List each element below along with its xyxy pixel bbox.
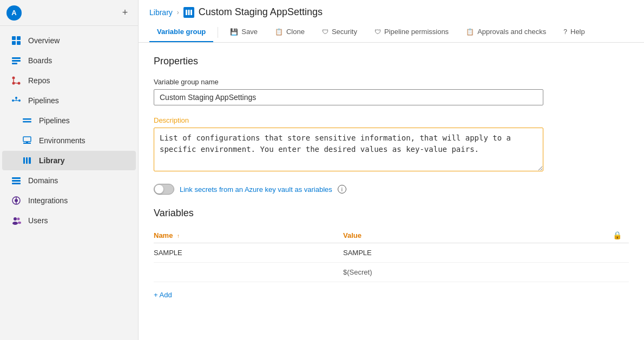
sidebar-item-integrations-label: Integrations	[28, 196, 68, 205]
sidebar-item-domains[interactable]: Domains	[2, 171, 136, 190]
sidebar-item-integrations[interactable]: Integrations	[2, 191, 136, 210]
variables-title: Variables	[154, 208, 629, 219]
svg-rect-21	[23, 157, 25, 164]
tab-approvals-checks-label: Approvals and checks	[477, 28, 546, 36]
svg-point-31	[14, 217, 17, 221]
security-icon: 🛡	[322, 28, 328, 36]
svg-rect-24	[12, 177, 21, 179]
variables-table-header: Name ↑ Value 🔒	[154, 228, 629, 243]
sidebar-item-overview[interactable]: Overview	[2, 31, 136, 50]
users-icon	[11, 215, 22, 226]
svg-rect-36	[188, 10, 189, 15]
sidebar-navigation: Overview Boards	[0, 26, 138, 340]
tab-pipeline-permissions-label: Pipeline permissions	[384, 28, 449, 36]
integrations-icon	[11, 195, 22, 206]
tab-variable-group-label: Variable group	[157, 28, 206, 36]
svg-rect-26	[12, 183, 21, 184]
tab-save[interactable]: 💾 Save	[222, 22, 265, 42]
lock-header-icon: 🔒	[613, 231, 622, 239]
svg-rect-0	[12, 36, 16, 40]
sidebar-item-domains-label: Domains	[28, 176, 58, 185]
environments-icon	[22, 135, 32, 146]
breadcrumb-library-link[interactable]: Library	[149, 8, 173, 17]
col-lock-header: 🔒	[613, 228, 629, 243]
svg-point-34	[18, 222, 21, 224]
add-variable-button[interactable]: + Add	[154, 289, 172, 301]
sidebar: A + Overview	[0, 0, 139, 340]
tab-save-label: Save	[241, 28, 258, 36]
variable-value-cell: SAMPLE	[343, 243, 613, 263]
sidebar-item-pipelines[interactable]: Pipelines	[2, 111, 136, 130]
pipelines-icon	[22, 115, 32, 126]
svg-rect-23	[29, 157, 31, 164]
col-name-header[interactable]: Name ↑	[154, 228, 343, 243]
sidebar-item-library-label: Library	[39, 156, 64, 165]
sort-arrow-icon: ↑	[177, 233, 180, 239]
svg-point-13	[18, 99, 21, 102]
sidebar-item-repos-label: Repos	[28, 76, 50, 85]
sidebar-item-pipelines-label: Pipelines	[39, 116, 70, 125]
secret-value: $(Secret)	[343, 268, 372, 276]
description-input[interactable]: List of configurations that store sensit…	[154, 128, 543, 171]
tab-help[interactable]: ? Help	[556, 22, 592, 42]
content-area: Properties Variable group name Descripti…	[139, 43, 644, 340]
table-row: $(Secret)	[154, 263, 629, 282]
sidebar-item-repos[interactable]: Repos	[2, 71, 136, 90]
svg-rect-16	[23, 118, 31, 120]
sidebar-header: A +	[0, 0, 138, 26]
azure-keyvault-toggle-row: Link secrets from an Azure key vault as …	[154, 184, 629, 195]
svg-point-28	[15, 199, 18, 202]
sidebar-item-boards[interactable]: Boards	[2, 51, 136, 70]
description-field: Description List of configurations that …	[154, 116, 629, 173]
tab-approvals-checks[interactable]: 📋 Approvals and checks	[458, 22, 554, 42]
variable-name-cell: SAMPLE	[154, 243, 343, 263]
sidebar-item-overview-label: Overview	[28, 36, 60, 45]
add-org-button[interactable]: +	[119, 6, 132, 19]
help-icon: ?	[563, 28, 567, 36]
svg-point-12	[15, 97, 17, 99]
svg-point-33	[17, 218, 20, 221]
variable-name-cell-2	[154, 263, 343, 282]
pipeline-permissions-icon: 🛡	[374, 28, 381, 36]
svg-rect-2	[12, 41, 16, 45]
svg-rect-17	[23, 121, 31, 123]
sidebar-item-users[interactable]: Users	[2, 211, 136, 230]
svg-point-32	[12, 222, 18, 225]
approvals-checks-icon: 📋	[466, 28, 474, 36]
sidebar-item-pipelines-header-label: Pipelines	[28, 96, 59, 105]
variable-group-name-input[interactable]	[154, 89, 543, 105]
svg-rect-35	[186, 10, 187, 15]
tab-pipeline-permissions[interactable]: 🛡 Pipeline permissions	[367, 22, 456, 42]
save-icon: 💾	[230, 28, 238, 36]
tab-clone-label: Clone	[286, 28, 305, 36]
azure-keyvault-toggle[interactable]	[154, 184, 174, 195]
toggle-label: Link secrets from an Azure key vault as …	[180, 185, 332, 194]
page-title: Custom Staging AppSettings	[199, 6, 323, 18]
svg-point-11	[12, 99, 14, 102]
tab-security[interactable]: 🛡 Security	[314, 22, 365, 42]
svg-rect-25	[12, 180, 21, 182]
variable-group-name-field: Variable group name	[154, 78, 629, 105]
tab-clone[interactable]: 📋 Clone	[267, 22, 312, 42]
boards-icon	[11, 55, 22, 66]
sidebar-item-boards-label: Boards	[28, 56, 52, 65]
sidebar-item-library[interactable]: Library	[2, 151, 136, 170]
table-row: SAMPLE SAMPLE	[154, 243, 629, 263]
breadcrumb-separator: ›	[177, 9, 179, 16]
tab-separator	[218, 27, 218, 38]
variable-lock-cell-2	[613, 263, 629, 282]
variable-value-cell-2: $(Secret)	[343, 263, 613, 282]
svg-rect-6	[12, 63, 17, 64]
svg-rect-18	[23, 137, 31, 142]
svg-point-7	[12, 77, 15, 79]
variable-lock-cell	[613, 243, 629, 263]
tab-variable-group[interactable]: Variable group	[149, 22, 213, 42]
sidebar-item-environments[interactable]: Environments	[2, 131, 136, 150]
svg-rect-22	[26, 157, 28, 164]
tab-help-label: Help	[570, 28, 585, 36]
domains-icon	[11, 175, 22, 186]
sidebar-item-pipelines-header[interactable]: Pipelines	[2, 91, 136, 110]
svg-rect-4	[12, 57, 21, 59]
info-icon[interactable]: i	[338, 185, 346, 194]
variable-group-name-label: Variable group name	[154, 78, 629, 86]
